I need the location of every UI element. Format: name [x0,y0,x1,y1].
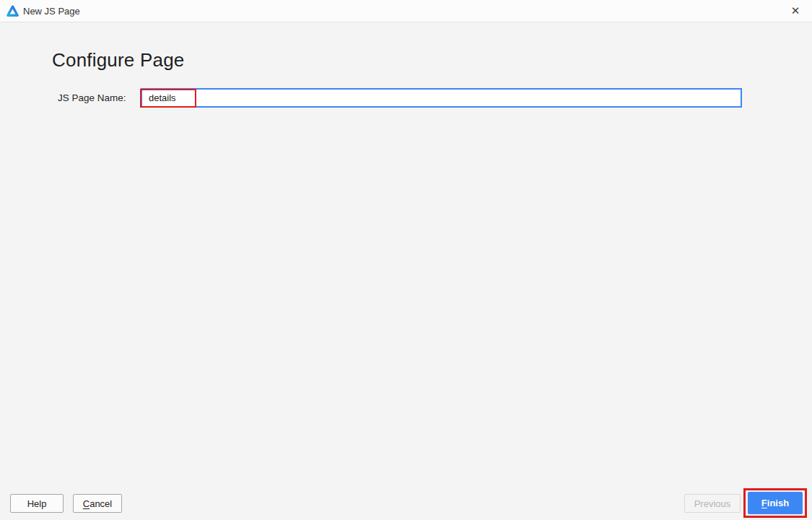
finish-button-label: Finish [761,498,789,508]
deveco-studio-logo-icon [6,5,19,17]
js-page-name-label: JS Page Name: [58,92,126,103]
window-titlebar: New JS Page ✕ [0,0,812,22]
previous-button[interactable]: Previous [684,494,741,513]
cancel-button[interactable]: Cancel [73,494,122,513]
help-button[interactable]: Help [10,494,64,513]
cancel-button-label: Cancel [83,498,112,509]
help-button-label: Help [27,498,47,509]
previous-button-label: Previous [694,498,731,509]
window-title: New JS Page [23,6,80,17]
close-icon[interactable]: ✕ [779,0,812,22]
page-title: Configure Page [52,49,184,72]
finish-button[interactable]: Finish [748,492,803,514]
js-page-name-input[interactable] [141,88,742,108]
